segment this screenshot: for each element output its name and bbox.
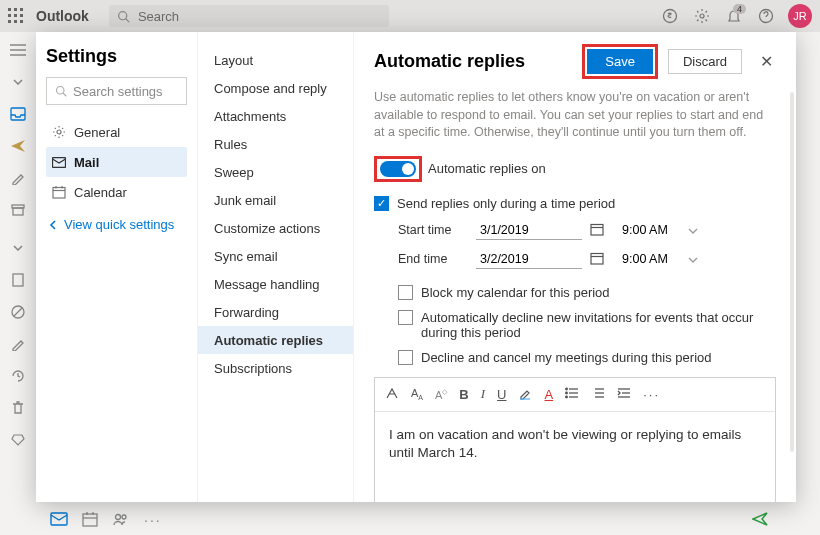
mail-icon [52, 157, 66, 168]
rail-chevron-down-icon[interactable] [8, 72, 28, 92]
start-time-input[interactable] [622, 223, 682, 237]
bullet-list-icon[interactable] [565, 387, 579, 402]
subnav-subscriptions[interactable]: Subscriptions [198, 354, 353, 382]
highlight-icon[interactable] [518, 386, 532, 403]
subnav-message-handling[interactable]: Message handling [198, 270, 353, 298]
discard-button[interactable]: Discard [668, 49, 742, 74]
svg-rect-20 [13, 274, 23, 286]
decline-invites-checkbox[interactable] [398, 310, 413, 325]
settings-sidebar: Settings Search settings General Mail Ca… [36, 32, 198, 502]
editor-toolbar: AA A◇ B I U A ··· [375, 378, 775, 412]
bottom-people-icon[interactable] [112, 512, 130, 529]
settings-panel: Automatic replies Save Discard ✕ Use aut… [354, 32, 796, 502]
subnav-sync[interactable]: Sync email [198, 242, 353, 270]
end-date-input[interactable] [476, 250, 582, 269]
bold-button[interactable]: B [459, 387, 468, 402]
rail-edit-icon[interactable] [8, 334, 28, 354]
highlight-toggle [374, 156, 422, 182]
subnav-customize[interactable]: Customize actions [198, 214, 353, 242]
rail-sent-icon[interactable] [8, 136, 28, 156]
svg-rect-1 [14, 8, 17, 11]
font-color-icon[interactable]: A [544, 387, 553, 402]
rail-history-icon[interactable] [8, 366, 28, 386]
block-calendar-checkbox[interactable] [398, 285, 413, 300]
global-search[interactable]: Search [109, 5, 389, 27]
more-formatting-icon[interactable]: ··· [643, 387, 660, 402]
subnav-sweep[interactable]: Sweep [198, 158, 353, 186]
nav-general[interactable]: General [46, 117, 187, 147]
settings-title: Settings [46, 46, 187, 67]
user-avatar[interactable]: JR [788, 4, 812, 28]
rail-chevron-down-icon-2[interactable] [8, 238, 28, 258]
scrollbar[interactable] [790, 92, 794, 452]
chevron-down-icon[interactable] [688, 223, 698, 237]
rail-archive-icon[interactable] [8, 200, 28, 220]
italic-button[interactable]: I [481, 386, 485, 402]
numbered-list-icon[interactable] [591, 387, 605, 402]
help-icon[interactable] [752, 2, 780, 30]
toggle-label: Automatic replies on [428, 161, 546, 176]
end-time-label: End time [398, 252, 476, 266]
rail-trash-icon[interactable] [8, 398, 28, 418]
underline-button[interactable]: U [497, 387, 506, 402]
end-time-input[interactable] [622, 252, 682, 266]
rail-inbox-icon[interactable] [8, 104, 28, 124]
font-size-increase-icon[interactable]: AA [411, 387, 423, 401]
subnav-layout[interactable]: Layout [198, 46, 353, 74]
svg-rect-5 [20, 14, 23, 17]
block-calendar-label: Block my calendar for this period [421, 285, 610, 300]
time-period-checkbox[interactable]: ✓ [374, 196, 389, 211]
chevron-left-icon [48, 220, 58, 230]
subnav-attachments[interactable]: Attachments [198, 102, 353, 130]
rail-menu-icon[interactable] [8, 40, 28, 60]
close-button[interactable]: ✕ [756, 52, 776, 71]
subnav-automatic-replies[interactable]: Automatic replies [198, 326, 353, 354]
bottom-calendar-icon[interactable] [82, 511, 98, 530]
rail-notes-icon[interactable] [8, 270, 28, 290]
settings-modal: Settings Search settings General Mail Ca… [36, 32, 796, 502]
bottom-mail-icon[interactable] [50, 512, 68, 529]
cancel-meetings-checkbox[interactable] [398, 350, 413, 365]
font-size-decrease-icon[interactable]: A◇ [435, 388, 447, 401]
nav-calendar[interactable]: Calendar [46, 177, 187, 207]
svg-point-47 [566, 392, 568, 394]
auto-replies-toggle[interactable] [380, 161, 416, 177]
reply-editor: AA A◇ B I U A ··· I am on vacation and w… [374, 377, 776, 503]
start-time-label: Start time [398, 223, 476, 237]
nav-general-label: General [74, 125, 120, 140]
notifications-icon[interactable]: 4 [720, 2, 748, 30]
format-painter-icon[interactable] [385, 386, 399, 403]
indent-icon[interactable] [617, 387, 631, 402]
start-date-input[interactable] [476, 221, 582, 240]
settings-search[interactable]: Search settings [46, 77, 187, 105]
bottom-send-icon[interactable] [752, 512, 768, 529]
subnav-rules[interactable]: Rules [198, 130, 353, 158]
app-launcher-icon[interactable] [8, 8, 24, 24]
skype-icon[interactable] [656, 2, 684, 30]
svg-rect-19 [13, 208, 23, 215]
svg-point-12 [700, 14, 704, 18]
reply-message-textarea[interactable]: I am on vacation and won't be viewing or… [375, 412, 775, 502]
left-rail [0, 32, 36, 535]
chevron-down-icon[interactable] [688, 252, 698, 266]
calendar-picker-icon[interactable] [590, 251, 604, 268]
svg-line-22 [14, 308, 22, 316]
save-button[interactable]: Save [587, 49, 653, 74]
svg-point-32 [57, 130, 61, 134]
rail-drafts-icon[interactable] [8, 168, 28, 188]
svg-line-31 [63, 93, 66, 96]
settings-gear-icon[interactable] [688, 2, 716, 30]
rail-diamond-icon[interactable] [8, 430, 28, 450]
bottom-more-icon[interactable]: ··· [144, 512, 162, 528]
nav-mail[interactable]: Mail [46, 147, 187, 177]
view-quick-settings-link[interactable]: View quick settings [46, 217, 187, 232]
rail-block-icon[interactable] [8, 302, 28, 322]
subnav-junk[interactable]: Junk email [198, 186, 353, 214]
svg-rect-17 [11, 108, 25, 120]
nav-mail-label: Mail [74, 155, 99, 170]
svg-point-29 [122, 515, 126, 519]
subnav-compose[interactable]: Compose and reply [198, 74, 353, 102]
calendar-picker-icon[interactable] [590, 222, 604, 239]
time-period-label: Send replies only during a time period [397, 196, 615, 211]
subnav-forwarding[interactable]: Forwarding [198, 298, 353, 326]
